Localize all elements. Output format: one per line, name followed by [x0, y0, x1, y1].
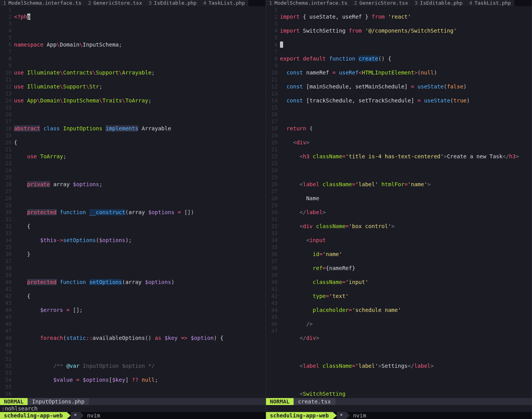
project-name: scheduling-app-web	[266, 412, 333, 419]
code-content-left: <?php namespace App\Domain\InputSchema; …	[14, 6, 266, 398]
code-area-right[interactable]: 1234567891011121314151617181920212223242…	[266, 6, 532, 398]
process-name: nvim	[84, 412, 100, 419]
editor-pane-right: 1ModelSchema.interface.ts 2GenericStore.…	[266, 0, 532, 419]
mode-indicator: NORMAL	[266, 398, 294, 405]
command-line[interactable]	[266, 405, 532, 412]
tab-1[interactable]: 1ModelSchema.interface.ts	[0, 0, 85, 6]
code-content-right: import { useState, useRef } from 'react'…	[280, 6, 532, 398]
process-name: nvim	[350, 412, 366, 419]
tab-bar: 1ModelSchema.interface.ts 2GenericStore.…	[266, 0, 532, 6]
git-star-icon: *	[337, 412, 346, 419]
code-area-left[interactable]: 1234567891011121314151617181920212223242…	[0, 6, 266, 398]
tab-3[interactable]: 3IsEditable.php	[412, 0, 466, 6]
tab-2[interactable]: 2GenericStore.tsx	[351, 0, 412, 6]
current-filename: create.tsx	[294, 398, 336, 405]
tab-bar: 1ModelSchema.interface.ts 2GenericStore.…	[0, 0, 266, 6]
command-line[interactable]: :nohlsearch	[0, 405, 266, 412]
tab-1[interactable]: 1ModelSchema.interface.ts	[266, 0, 351, 6]
git-star-icon: *	[71, 412, 80, 419]
status-bar-left: NORMAL InputOptions.php	[0, 398, 266, 405]
line-numbers: 1234567891011121314151617181920212223242…	[0, 6, 14, 398]
current-filename: InputOptions.php	[28, 398, 89, 405]
tab-4[interactable]: 4TaskList.php	[200, 0, 249, 6]
tab-3[interactable]: 3IsEditable.php	[146, 0, 200, 6]
editor-pane-left: 1ModelSchema.interface.ts 2GenericStore.…	[0, 0, 266, 419]
project-name: scheduling-app-web	[0, 412, 67, 419]
status-bar-right: NORMAL create.tsx	[266, 398, 532, 405]
tab-2[interactable]: 2GenericStore.tsx	[85, 0, 146, 6]
tab-4[interactable]: 4TaskList.php	[466, 0, 515, 6]
mode-indicator: NORMAL	[0, 398, 28, 405]
bottom-bar-right: scheduling-app-web * nvim	[266, 412, 532, 419]
bottom-bar-left: scheduling-app-web * nvim	[0, 412, 266, 419]
line-numbers: 1234567891011121314151617181920212223242…	[266, 6, 280, 398]
